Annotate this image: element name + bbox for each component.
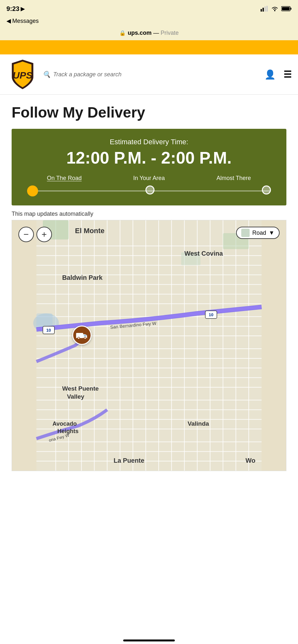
progress-dots: [27, 185, 271, 196]
svg-text:Heights: Heights: [57, 428, 79, 434]
progress-dot-3: [262, 185, 271, 194]
search-icon: 🔍: [43, 71, 51, 78]
svg-text:Valley: Valley: [67, 393, 84, 400]
delivery-card: Estimated Delivery Time: 12:00 P.M. - 2:…: [12, 129, 286, 205]
browser-bar: 🔒 ups.com — Private: [0, 28, 298, 40]
search-placeholder: Track a package or search: [53, 71, 122, 78]
svg-rect-3: [266, 6, 268, 12]
svg-point-4: [274, 10, 275, 11]
svg-text:La Puente: La Puente: [114, 457, 144, 464]
step-on-the-road: On The Road: [22, 175, 107, 182]
map-type-icon: [241, 229, 250, 237]
nav-bar: ◀ Messages: [0, 16, 298, 28]
progress-steps-labels: On The Road In Your Area Almost There: [22, 175, 276, 182]
svg-text:10: 10: [209, 312, 213, 317]
battery-icon: [281, 6, 292, 11]
ups-banner: [0, 40, 298, 54]
svg-rect-0: [261, 9, 262, 12]
svg-text:West Covina: West Covina: [184, 250, 223, 257]
svg-text:Baldwin Park: Baldwin Park: [62, 274, 103, 281]
search-bar[interactable]: 🔍 Track a package or search: [43, 71, 261, 78]
map-note: This map updates automatically: [12, 211, 286, 217]
svg-rect-2: [264, 6, 266, 12]
svg-text:El Monte: El Monte: [75, 227, 104, 235]
svg-point-71: [84, 337, 86, 339]
time-display: 9:23: [6, 5, 19, 13]
back-label[interactable]: Messages: [12, 18, 39, 24]
step-in-your-area: In Your Area: [107, 175, 192, 182]
svg-text:Wo: Wo: [245, 457, 255, 464]
url-display[interactable]: ups.com — Private: [128, 30, 179, 36]
back-button[interactable]: ◀ Messages: [6, 17, 39, 24]
svg-rect-7: [282, 7, 290, 10]
url-domain: ups.com: [128, 30, 152, 36]
url-private: Private: [161, 30, 179, 36]
menu-icon[interactable]: ☰: [283, 69, 292, 80]
url-separator: —: [153, 30, 161, 36]
delivery-time: 12:00 P.M. - 2:00 P.M.: [22, 149, 276, 167]
page-content: Follow My Delivery Estimated Delivery Ti…: [0, 95, 298, 480]
svg-point-70: [78, 337, 80, 339]
map-type-label: Road: [252, 230, 266, 236]
svg-rect-6: [291, 8, 292, 10]
status-time: 9:23 ▶: [6, 5, 25, 13]
progress-dot-1: [27, 185, 38, 196]
home-indicator: [123, 639, 175, 641]
status-icons: [261, 6, 292, 12]
zoom-out-button[interactable]: −: [18, 227, 34, 242]
svg-text:Valinda: Valinda: [188, 421, 209, 427]
step-almost-there: Almost There: [191, 175, 276, 182]
lock-icon: 🔒: [119, 30, 126, 36]
progress-track: [27, 185, 271, 196]
status-bar: 9:23 ▶: [0, 0, 298, 16]
progress-dot-2: [145, 185, 154, 194]
svg-rect-69: [76, 333, 83, 338]
map-controls: − +: [18, 227, 52, 242]
svg-rect-72: [84, 335, 86, 336]
svg-text:UPS: UPS: [13, 70, 33, 80]
account-icon[interactable]: 👤: [264, 69, 276, 80]
wifi-icon: [271, 6, 279, 12]
page-title: Follow My Delivery: [12, 104, 286, 121]
signal-icon: [261, 6, 268, 12]
header-icons: 👤 ☰: [264, 69, 292, 80]
delivery-label: Estimated Delivery Time:: [22, 138, 276, 146]
back-arrow-icon: ◀: [6, 17, 11, 24]
chevron-down-icon: ▼: [269, 230, 274, 236]
ups-logo: UPS: [6, 58, 39, 90]
map-type-selector[interactable]: Road ▼: [236, 227, 280, 239]
truck-icon: [76, 331, 88, 339]
svg-text:West Puente: West Puente: [62, 385, 99, 392]
ups-header: UPS 🔍 Track a package or search 👤 ☰: [0, 54, 298, 95]
svg-text:10: 10: [46, 328, 51, 333]
zoom-in-button[interactable]: +: [36, 227, 52, 242]
svg-rect-1: [263, 8, 264, 12]
map-container[interactable]: 10 San Bernardino Fwy W ona Fwy W El Mon…: [12, 220, 286, 471]
map-background: 10 San Bernardino Fwy W ona Fwy W El Mon…: [12, 220, 286, 471]
svg-text:Avocado: Avocado: [53, 421, 77, 427]
truck-marker: [72, 326, 92, 345]
location-arrow-icon: ▶: [21, 6, 25, 12]
